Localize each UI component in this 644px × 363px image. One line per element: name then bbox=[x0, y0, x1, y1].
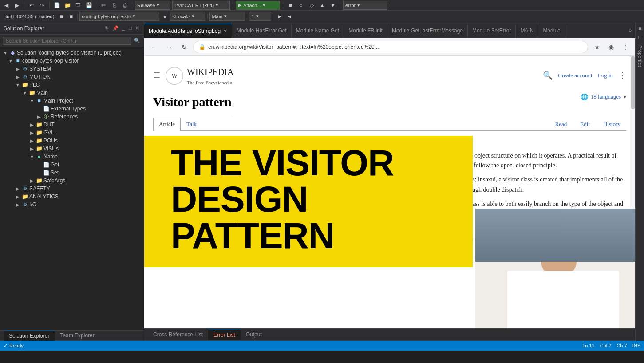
wiki-tab-history[interactable]: History bbox=[597, 118, 626, 131]
bookmarks-icon[interactable]: ★ bbox=[591, 41, 603, 53]
paste-icon[interactable]: ⎙ bbox=[120, 1, 129, 10]
tree-main-project[interactable]: ▼ ■ Main Project bbox=[0, 97, 144, 105]
save-all-icon[interactable]: 💾 bbox=[84, 1, 93, 10]
error-list-tab[interactable]: Error List bbox=[208, 330, 241, 340]
tab-fb-init[interactable]: Module.FB init bbox=[344, 24, 387, 38]
tree-main[interactable]: ▼ 📁 Main bbox=[0, 89, 144, 97]
tree-plc[interactable]: ▼ 📁 PLC bbox=[0, 81, 144, 89]
tab-seterror[interactable]: Module.SetError bbox=[468, 24, 516, 38]
main-dropdown[interactable]: Main ▾ bbox=[209, 12, 245, 21]
browser-forward-btn[interactable]: → bbox=[163, 41, 175, 53]
build-icon-1[interactable]: ■ bbox=[57, 12, 66, 21]
toolbar-icon-extra-2[interactable]: ○ bbox=[296, 1, 305, 10]
solution-explorer-tab[interactable]: Solution Explorer bbox=[4, 331, 55, 341]
action-icon-1[interactable]: ► bbox=[275, 12, 284, 21]
address-input[interactable]: 🔒 en.wikipedia.org/wiki/Visitor_pattern#… bbox=[193, 41, 588, 53]
lang-link[interactable]: 18 languages bbox=[591, 92, 621, 102]
pin-icon[interactable]: 📌 bbox=[111, 24, 119, 32]
copy-icon[interactable]: ⎘ bbox=[110, 1, 119, 10]
line-dropdown[interactable]: 1 ▾ bbox=[249, 12, 271, 21]
tree-io[interactable]: ▶ ⚙ I/O bbox=[0, 201, 144, 209]
cut-icon[interactable]: ✄ bbox=[99, 1, 108, 10]
minimize-icon[interactable]: ⎯ bbox=[121, 24, 126, 32]
action-icon-2[interactable]: ◄ bbox=[285, 12, 294, 21]
build-icon-2[interactable]: ■ bbox=[67, 12, 75, 21]
release-dropdown[interactable]: Release ▾ bbox=[135, 1, 170, 10]
new-file-icon[interactable]: 📄 bbox=[52, 1, 61, 10]
cross-ref-tab[interactable]: Cross Reference List bbox=[148, 330, 208, 339]
extensions-icon[interactable]: ◉ bbox=[605, 41, 617, 53]
search-input[interactable] bbox=[3, 37, 131, 45]
tab-name-get[interactable]: Module.Name.Get bbox=[292, 24, 344, 38]
tree-project[interactable]: ▼ ■ coding-bytes-oop-visitor bbox=[0, 57, 144, 65]
tree-name-get[interactable]: 📄 Get bbox=[0, 161, 144, 169]
tree-dut[interactable]: ▶ 📁 DUT bbox=[0, 121, 144, 129]
sol-icon[interactable]: ● bbox=[160, 12, 169, 21]
solution-dropdown[interactable]: coding-bytes-oop-visto ▾ bbox=[79, 12, 159, 21]
forward-icon[interactable]: ▶ bbox=[12, 1, 21, 10]
tree-safeargs[interactable]: ▶ 📁 SafeArgs bbox=[0, 177, 144, 185]
tree-pous[interactable]: ▶ 📁 POUs bbox=[0, 137, 144, 145]
error-dropdown[interactable]: error ▾ bbox=[343, 1, 387, 10]
toolbar-icon-extra-3[interactable]: ◇ bbox=[307, 1, 316, 10]
tab-addstatus-close[interactable]: ✕ bbox=[223, 28, 227, 34]
tab-getlasterror[interactable]: Module.GetLastErrorMessage bbox=[387, 24, 468, 38]
webcam-inset bbox=[475, 209, 635, 328]
wiki-tab-talk[interactable]: Talk bbox=[181, 118, 202, 131]
redo-icon[interactable]: ↷ bbox=[38, 1, 47, 10]
browser-menu-icon[interactable]: ⋮ bbox=[619, 41, 632, 53]
tree-name[interactable]: ▼ ● Name bbox=[0, 153, 144, 161]
prop-icon-2[interactable]: □ bbox=[638, 34, 641, 40]
tree-visus[interactable]: ▶ 📁 VISUs bbox=[0, 145, 144, 153]
tree-system[interactable]: ▶ ⚙ SYSTEM bbox=[0, 65, 144, 73]
sync-icon[interactable]: ↻ bbox=[104, 24, 110, 32]
local-dropdown[interactable]: <Local> ▾ bbox=[170, 12, 205, 21]
tree-external-types[interactable]: 📄 External Types bbox=[0, 105, 144, 113]
address-bar: ← → ↻ 🔒 en.wikipedia.org/wiki/Visitor_pa… bbox=[144, 38, 635, 56]
wiki-tab-article[interactable]: Article bbox=[153, 118, 181, 131]
tree-references[interactable]: ▶ 🛈 References bbox=[0, 113, 144, 121]
output-tab[interactable]: Output bbox=[241, 330, 267, 339]
tab-has-error[interactable]: Module.HasError.Get bbox=[232, 24, 292, 38]
properties-tab-label[interactable]: Properties bbox=[637, 45, 643, 67]
toolbar-icon-extra-1[interactable]: ■ bbox=[286, 1, 295, 10]
platform-dropdown[interactable]: TwinCAT RT (x64) ▾ bbox=[172, 1, 230, 10]
wiki-menu-icon[interactable]: ☰ bbox=[153, 69, 160, 82]
toolbar-icon-extra-5[interactable]: ▼ bbox=[328, 1, 337, 10]
wiki-tab-edit[interactable]: Edit bbox=[574, 118, 596, 131]
wiki-search-icon[interactable]: 🔍 bbox=[543, 69, 553, 82]
open-file-icon[interactable]: 📁 bbox=[63, 1, 72, 10]
wiki-scrollbar-thumb[interactable] bbox=[631, 56, 635, 109]
motion-expand-icon: ▶ bbox=[14, 75, 21, 79]
wiki-tab-read[interactable]: Read bbox=[549, 118, 573, 131]
log-in-link[interactable]: Log in bbox=[598, 71, 613, 80]
tree-analytics[interactable]: ▶ 📁 ANALYTICS bbox=[0, 193, 144, 201]
browser-reload-btn[interactable]: ↻ bbox=[178, 41, 190, 53]
tab-module-addstatus[interactable]: Module.AddStatusToStringLog ✕ bbox=[144, 24, 232, 38]
toolbar-icon-extra-4[interactable]: ▲ bbox=[318, 1, 327, 10]
prop-icon-1[interactable]: ■ bbox=[638, 25, 641, 32]
tree-solution[interactable]: ▼ ◆ Solution 'coding-bytes-oop-visitor' … bbox=[0, 49, 144, 57]
team-explorer-tab[interactable]: Team Explorer bbox=[55, 331, 99, 340]
visus-expand-icon: ▶ bbox=[28, 146, 36, 151]
analytics-label: ANALYTICS bbox=[29, 193, 59, 200]
save-icon[interactable]: 🖫 bbox=[74, 1, 83, 10]
attach-dropdown[interactable]: ▶ Attach... ▾ bbox=[236, 1, 280, 10]
back-icon[interactable]: ◀ bbox=[2, 1, 11, 10]
tab-main[interactable]: MAIN bbox=[516, 24, 538, 38]
search-icon[interactable]: 🔍 bbox=[133, 37, 141, 44]
browser-back-btn[interactable]: ← bbox=[148, 41, 160, 53]
maximize-icon[interactable]: □ bbox=[128, 24, 133, 32]
tab-overflow-btn[interactable]: » bbox=[625, 28, 635, 33]
close-panel-icon[interactable]: ✕ bbox=[134, 24, 140, 32]
tree-gvl[interactable]: ▶ 📁 GVL bbox=[0, 129, 144, 137]
create-account-link[interactable]: Create account bbox=[558, 71, 593, 80]
tree-name-set[interactable]: 📄 Set bbox=[0, 169, 144, 177]
status-ready: ✓ Ready bbox=[4, 343, 24, 349]
status-ch: Ch 7 bbox=[616, 343, 627, 348]
wiki-more-btn[interactable]: ⋮ bbox=[618, 69, 626, 82]
tab-module[interactable]: Module bbox=[538, 24, 565, 38]
undo-icon[interactable]: ↶ bbox=[27, 1, 36, 10]
tree-motion[interactable]: ▶ ⚙ MOTION bbox=[0, 73, 144, 81]
tree-safety[interactable]: ▶ ⚙ SAFETY bbox=[0, 185, 144, 193]
